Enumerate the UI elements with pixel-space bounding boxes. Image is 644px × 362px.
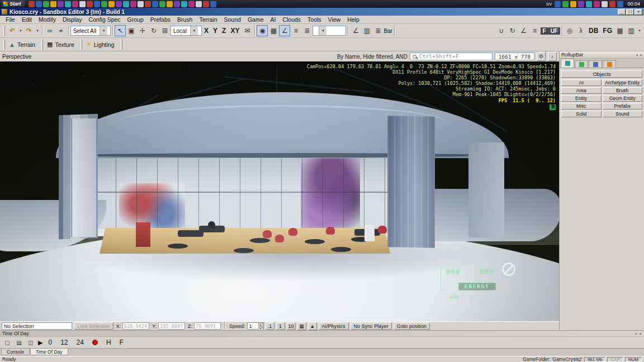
time-of-day-titlebar[interactable]: Time Of Day ▪ × [0, 331, 644, 337]
taskbar-app-icon[interactable] [145, 1, 151, 7]
follow-terrain-button[interactable]: ✉ [242, 25, 253, 36]
panel-menu-icon[interactable]: ▪ [636, 53, 638, 58]
taskbar-app-icon[interactable] [36, 1, 42, 7]
rollup-tab-terrain[interactable] [575, 60, 588, 68]
taskbar-app-icon[interactable] [203, 1, 209, 7]
ai-physics-button[interactable]: AI/Physics [319, 322, 349, 330]
object-type-prefabs-button[interactable]: Prefabs [603, 103, 643, 109]
goto-position-button[interactable]: Goto position [394, 322, 430, 330]
tod-play-button[interactable]: ▶ [38, 339, 42, 346]
panel-close-icon[interactable]: × [640, 53, 642, 58]
taskbar-app-icon[interactable] [188, 1, 195, 7]
tray-icon[interactable] [578, 1, 584, 7]
tod-hold-button[interactable]: H [103, 339, 114, 346]
taskbar-app-icon[interactable] [123, 1, 129, 7]
speed-input[interactable]: 1 ▴ ▾ [247, 322, 264, 330]
axis-xy-button[interactable]: XY [228, 27, 242, 35]
rollup-tab-objects[interactable] [561, 59, 574, 68]
menu-prefabs[interactable]: Prefabs [147, 16, 174, 23]
undo-dropdown-icon[interactable]: ▾ [18, 25, 23, 36]
object-type-sound-button[interactable]: Sound [603, 111, 643, 117]
tod-time-12-button[interactable]: 12 [58, 339, 70, 346]
asset-browser-button[interactable]: ▥ [626, 25, 637, 36]
x-coordinate-field[interactable]: 628.9424 [122, 322, 149, 330]
taskbar-app-icon[interactable] [159, 1, 165, 7]
tray-icon[interactable] [570, 1, 576, 7]
redo-button[interactable]: ↷ [23, 25, 35, 36]
speed-preset-1-button[interactable]: 1 [276, 322, 285, 330]
axis-y-button[interactable]: Y [211, 27, 220, 35]
align-to-grid-button[interactable]: ≣ [301, 25, 312, 36]
redo-dropdown-icon[interactable]: ▾ [35, 25, 40, 36]
taskbar-app-icon[interactable] [29, 1, 35, 7]
viewport-settings-button[interactable]: ⚙ [537, 52, 546, 61]
tod-time-24-button[interactable]: 24 [74, 339, 87, 346]
menu-display[interactable]: Display [59, 16, 85, 23]
layer-grid-button[interactable]: ▦ [614, 25, 626, 36]
grid-snap-button[interactable]: ▦ [268, 25, 279, 36]
z-coordinate-field[interactable]: 76.9691 [194, 322, 221, 330]
objects-section-header[interactable]: Objects [561, 70, 642, 78]
tod-save-button[interactable]: ◫ [26, 338, 35, 347]
speed-stepper[interactable]: ▴ ▾ [258, 323, 263, 329]
layers-icon[interactable]: ≣ [372, 25, 383, 36]
minimize-button[interactable]: _ [618, 9, 626, 15]
toolbar-grip[interactable] [3, 40, 5, 50]
link-objects-button[interactable]: ∞ [44, 25, 55, 36]
taskbar-app-icon[interactable] [65, 1, 71, 7]
taskbar-app-icon[interactable] [87, 1, 93, 7]
toolbar-overflow-icon[interactable]: ▾ [637, 25, 642, 36]
taskbar-app-icon[interactable] [181, 1, 187, 7]
toolbar-grip[interactable] [3, 26, 5, 36]
object-type-solid-button[interactable]: Solid [561, 111, 602, 117]
unlink-objects-button[interactable]: ≁ [55, 25, 67, 36]
window-titlebar[interactable]: Kiosco.cry - Sandbox Editor 3 (tm) - Bui… [0, 8, 644, 16]
tod-time-0-button[interactable]: 0 [45, 339, 55, 346]
toolbar-grip[interactable] [80, 40, 82, 50]
object-type-ai-button[interactable]: AI [561, 79, 602, 86]
panel-close-icon[interactable]: × [639, 331, 642, 336]
taskbar-app-icon[interactable] [196, 1, 202, 7]
tray-icon[interactable] [586, 1, 592, 7]
rollup-tab-layers[interactable] [603, 60, 616, 68]
close-button[interactable]: × [634, 9, 642, 15]
object-type-geom-entity-button[interactable]: Geom Entity [603, 95, 643, 102]
menu-edit[interactable]: Edit [18, 16, 35, 23]
database-view-button[interactable]: DB [586, 27, 600, 35]
object-type-area-button[interactable]: Area [561, 87, 602, 94]
tab-console[interactable]: Console [1, 349, 30, 355]
taskbar-app-icon[interactable] [210, 1, 216, 7]
axis-z-button[interactable]: Z [220, 27, 228, 35]
menu-help[interactable]: Help [344, 16, 363, 23]
unfreeze-button[interactable]: UF [548, 27, 560, 35]
rollup-tab-display[interactable] [589, 60, 602, 68]
snap-grid-button[interactable]: ▦ [297, 322, 306, 330]
ai-character-button[interactable]: λ [575, 25, 586, 36]
menu-view[interactable]: View [325, 16, 344, 23]
angle-snap-button[interactable]: ∠ [279, 25, 290, 36]
menu-tools[interactable]: Tools [304, 16, 325, 23]
lock-selection-button[interactable]: Lock Selection [74, 322, 113, 330]
tab-time-of-day[interactable]: Time Of Day [30, 349, 68, 355]
menu-brush[interactable]: Brush [174, 16, 196, 23]
axis-x-button[interactable]: X [202, 27, 211, 35]
tod-forward-button[interactable]: F [117, 339, 126, 346]
object-type-misc-button[interactable]: Misc [561, 103, 602, 109]
tray-icon[interactable] [555, 1, 561, 7]
rotate-tool-button[interactable]: ↻ [148, 25, 159, 36]
viewport-mode-label[interactable]: Perspective [2, 54, 31, 60]
taskbar-app-icon[interactable] [79, 1, 86, 7]
undo-button[interactable]: ↶ [7, 25, 18, 36]
object-search-input[interactable]: Ctrl+Shift+F [410, 53, 493, 60]
tod-record-button[interactable] [92, 340, 98, 345]
taskbar-app-icon[interactable] [58, 1, 64, 7]
lighting-mode-button[interactable]: ☀ Lighting [84, 40, 119, 49]
taskbar-app-icon[interactable] [72, 1, 78, 7]
menu-group[interactable]: Group [124, 16, 147, 23]
measure-button[interactable]: ∠ [518, 25, 529, 36]
menu-ai[interactable]: AI [267, 16, 279, 23]
tray-icon[interactable] [594, 1, 600, 7]
spin-up-icon[interactable]: ▴ [258, 323, 263, 327]
ruler-tool-button[interactable]: ∠ [350, 25, 361, 36]
panel-menu-icon[interactable]: ▪ [635, 331, 637, 336]
